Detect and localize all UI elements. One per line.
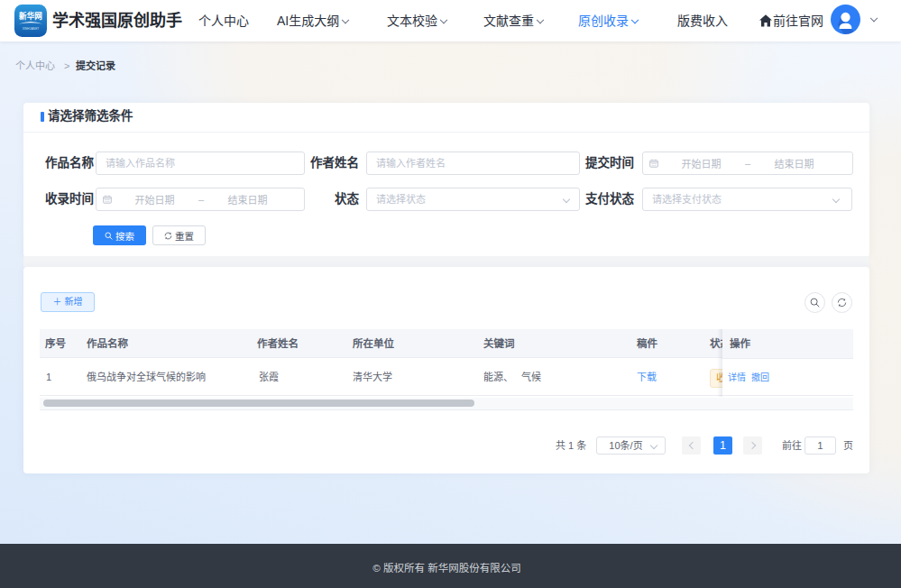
svg-text:新华网: 新华网 xyxy=(19,11,42,21)
svg-text:XINHUANET: XINHUANET xyxy=(23,27,39,31)
